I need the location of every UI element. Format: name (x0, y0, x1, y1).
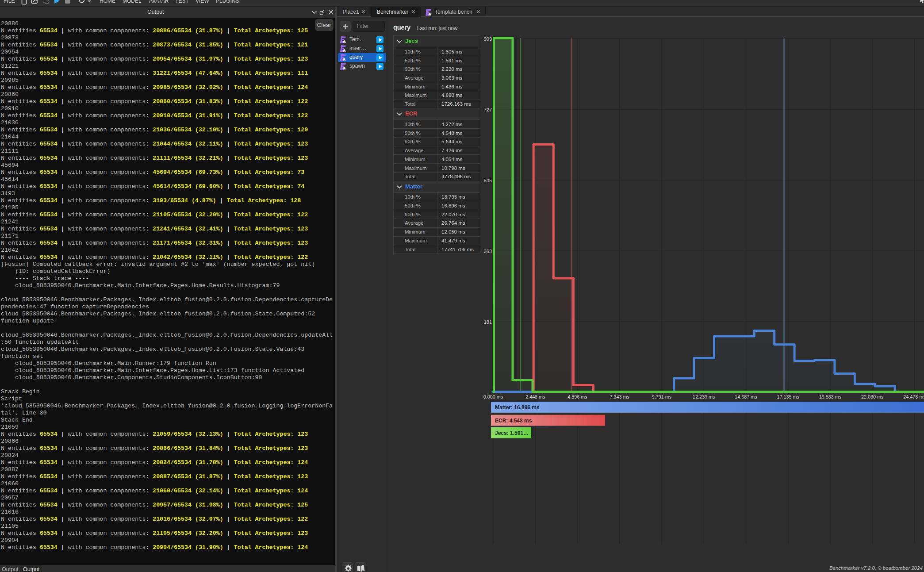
svg-text:4.896 ms: 4.896 ms (567, 394, 587, 399)
svg-text:727: 727 (484, 107, 492, 112)
svg-text:24.478 ms: 24.478 ms (903, 394, 924, 399)
svg-text:363: 363 (484, 249, 492, 254)
svg-text:545: 545 (484, 178, 492, 183)
svg-text:14.687 ms: 14.687 ms (735, 394, 757, 399)
svg-text:Jecs: 1.591…: Jecs: 1.591… (495, 430, 529, 436)
svg-text:909: 909 (484, 36, 492, 42)
svg-text:22.030 ms: 22.030 ms (861, 394, 884, 399)
svg-text:19.583 ms: 19.583 ms (819, 394, 842, 399)
svg-text:0.000 ms: 0.000 ms (483, 394, 503, 399)
svg-text:2.448 ms: 2.448 ms (525, 394, 545, 399)
svg-text:181: 181 (484, 319, 492, 325)
svg-text:Matter: 16.896 ms: Matter: 16.896 ms (495, 404, 540, 411)
svg-text:7.343 ms: 7.343 ms (610, 394, 630, 399)
svg-text:ECR: 4.548 ms: ECR: 4.548 ms (495, 418, 532, 424)
svg-text:9.791 ms: 9.791 ms (652, 394, 672, 399)
svg-text:17.135 ms: 17.135 ms (777, 394, 800, 399)
svg-text:12.239 ms: 12.239 ms (693, 394, 715, 399)
